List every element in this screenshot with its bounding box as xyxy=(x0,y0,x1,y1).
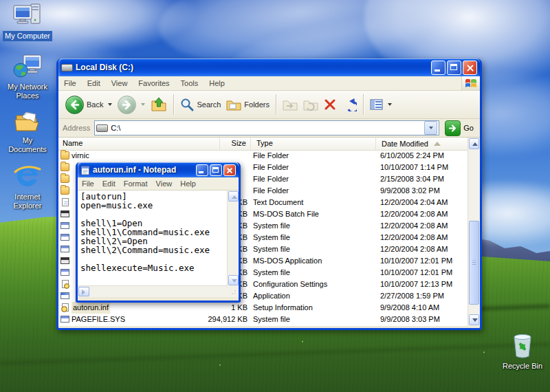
maximize-button[interactable] xyxy=(447,61,461,75)
desktop-icon-my-computer[interactable]: My Computer xyxy=(1,1,54,41)
explorer-titlebar[interactable]: Local Disk (C:) xyxy=(58,58,480,76)
list-vertical-scrollbar[interactable] xyxy=(468,138,480,326)
move-to-button[interactable] xyxy=(280,96,300,113)
resize-grip[interactable] xyxy=(228,286,239,297)
file-type: Text Document xyxy=(253,197,303,208)
scroll-down-button[interactable] xyxy=(469,314,479,325)
views-icon xyxy=(370,99,383,110)
views-button[interactable] xyxy=(367,97,395,112)
menu-file[interactable]: File xyxy=(78,179,98,188)
my-network-places-icon xyxy=(12,54,43,81)
file-name: autorun.inf xyxy=(72,302,110,314)
maximize-button[interactable] xyxy=(210,164,222,176)
file-date: 12/20/2004 2:04 AM xyxy=(380,197,448,208)
views-dropdown-icon[interactable] xyxy=(388,103,392,106)
address-input[interactable]: C:\ xyxy=(94,120,439,135)
menu-help[interactable]: Help xyxy=(176,179,200,188)
forward-button[interactable] xyxy=(115,94,148,116)
menu-tools[interactable]: Tools xyxy=(175,78,204,89)
menu-view[interactable]: View xyxy=(152,179,177,188)
desktop-icon-label: My Computer xyxy=(3,31,52,41)
list-header: Name Size Type Date Modified xyxy=(58,138,468,151)
minimize-button[interactable] xyxy=(196,164,208,176)
menu-help[interactable]: Help xyxy=(204,78,230,89)
scrollbar-thumb[interactable] xyxy=(469,221,479,305)
folder-icon xyxy=(60,163,69,171)
desktop-icon-my-network-places[interactable]: My Network Places xyxy=(1,54,54,101)
menu-favorites[interactable]: Favorites xyxy=(133,78,175,89)
undo-icon xyxy=(342,98,357,111)
disk-drive-icon xyxy=(96,124,108,132)
desktop-icon-internet-explorer[interactable]: Internet Explorer xyxy=(1,162,54,211)
column-header-size[interactable]: Size xyxy=(220,138,251,150)
move-to-folder-icon xyxy=(283,98,298,111)
text-line: open=music.exe xyxy=(80,201,228,210)
file-row-autorun-selected[interactable]: autorun.inf1 KBSetup Information9/9/2008… xyxy=(58,302,468,314)
file-date: 10/10/2007 12:01 PM xyxy=(380,267,452,279)
toolbar-separator xyxy=(363,94,364,115)
file-row[interactable]: PAGEFILE.SYS294,912 KBSystem file9/9/200… xyxy=(58,314,468,325)
copy-to-button[interactable] xyxy=(300,96,321,113)
column-header-date-label: Date Modified xyxy=(382,140,428,148)
minimize-button[interactable] xyxy=(431,61,446,75)
folder-icon xyxy=(60,175,69,183)
back-button[interactable]: Back xyxy=(63,94,115,116)
column-header-name[interactable]: Name xyxy=(58,138,220,150)
file-type: System file xyxy=(253,243,290,255)
folders-label: Folders xyxy=(244,100,270,109)
notepad-titlebar[interactable]: autorun.inf - Notepad xyxy=(78,162,239,177)
undo-button[interactable] xyxy=(339,96,360,113)
desktop-icon-my-documents[interactable]: My Documents xyxy=(1,109,54,155)
back-dropdown-icon[interactable] xyxy=(108,103,112,106)
menu-edit[interactable]: Edit xyxy=(98,179,120,188)
menu-file[interactable]: File xyxy=(58,78,82,89)
address-value: C:\ xyxy=(111,124,120,132)
menu-view[interactable]: View xyxy=(106,78,133,89)
back-icon xyxy=(65,96,84,114)
msdos-application-icon xyxy=(60,257,69,264)
notepad-horizontal-scrollbar[interactable] xyxy=(78,285,228,297)
copy-to-folder-icon xyxy=(303,98,318,111)
delete-button[interactable] xyxy=(321,96,339,113)
application-icon xyxy=(60,292,69,299)
explorer-addressbar: Address C:\ Go xyxy=(58,119,480,138)
text-document-icon xyxy=(62,198,69,206)
search-button[interactable]: Search xyxy=(177,96,223,113)
menu-edit[interactable]: Edit xyxy=(82,78,106,89)
column-header-date-modified[interactable]: Date Modified xyxy=(376,138,468,150)
address-dropdown-button[interactable] xyxy=(424,121,437,135)
folder-icon xyxy=(60,151,69,160)
menu-format[interactable]: Format xyxy=(120,179,152,188)
close-button[interactable] xyxy=(463,61,477,75)
notepad-text-area[interactable]: [autorun] open=music.exe shell\1=Open sh… xyxy=(78,190,228,286)
notepad-vertical-scrollbar[interactable] xyxy=(227,190,239,286)
system-file-icon xyxy=(60,234,69,241)
explorer-toolbar: Back Search xyxy=(58,91,480,119)
scroll-right-button[interactable] xyxy=(78,287,89,296)
configuration-settings-icon xyxy=(62,280,69,288)
go-button[interactable] xyxy=(445,120,461,136)
desktop-icon-recycle-bin[interactable]: Recycle Bin xyxy=(496,330,549,371)
go-arrow-icon xyxy=(448,124,457,133)
disk-drive-icon xyxy=(61,64,73,72)
scroll-down-button[interactable] xyxy=(228,275,239,285)
up-button[interactable] xyxy=(148,95,170,114)
address-label: Address xyxy=(63,124,90,132)
search-label: Search xyxy=(197,100,221,109)
column-header-type[interactable]: Type xyxy=(251,138,376,150)
scroll-up-button[interactable] xyxy=(228,191,239,202)
search-icon xyxy=(180,98,194,111)
scroll-up-button[interactable] xyxy=(469,138,479,149)
close-button[interactable] xyxy=(223,164,236,176)
desktop-icon-label: Internet Explorer xyxy=(1,192,54,211)
file-type: System file xyxy=(253,267,290,279)
file-size: 1 KB xyxy=(172,302,248,314)
file-row[interactable]: virnicFile Folder6/10/2005 2:24 PM xyxy=(58,150,468,162)
file-type: MS-DOS Batch File xyxy=(253,208,319,220)
folders-button[interactable]: Folders xyxy=(223,96,272,113)
internet-explorer-icon xyxy=(12,162,43,191)
notepad-window: autorun.inf - Notepad File Edit Format V… xyxy=(76,162,241,303)
file-date: 12/20/2004 2:08 AM xyxy=(380,208,448,220)
system-file-icon xyxy=(60,222,69,229)
system-file-icon xyxy=(60,269,69,276)
